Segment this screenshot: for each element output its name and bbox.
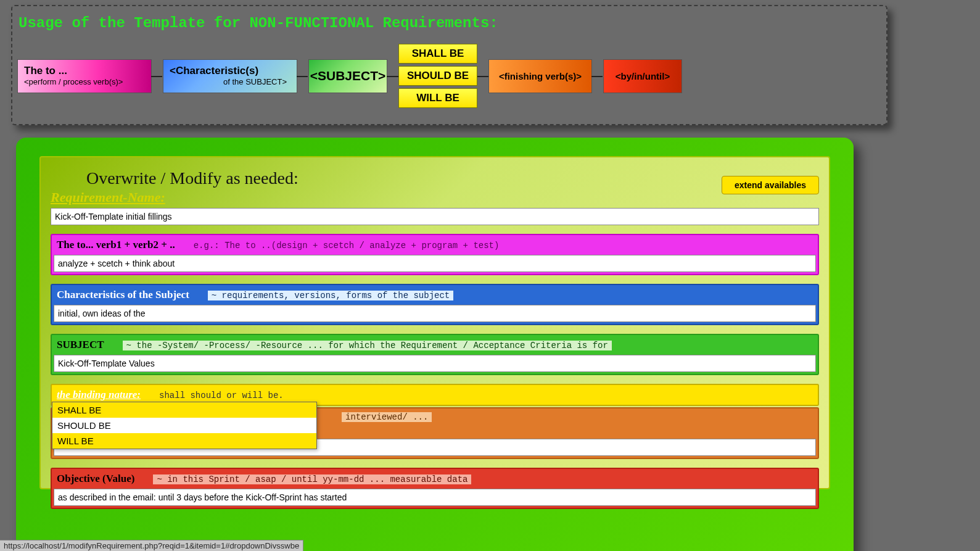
template-title: Usage of the Template for NON-FUNCTIONAL…: [19, 15, 881, 31]
section-objective: Objective (Value) ~ in this Sprint / asa…: [51, 468, 819, 509]
extend-availables-button[interactable]: extend availables: [722, 176, 819, 194]
template-block-subject: <SUBJECT>: [308, 59, 387, 93]
section-objective-label: Objective (Value): [57, 473, 134, 485]
status-bar-url: https://localhost/1/modifynRequirement.p…: [0, 540, 303, 551]
template-block-verbs-title: The to ...: [24, 65, 145, 77]
template-usage-panel: Usage of the Template for NON-FUNCTIONAL…: [11, 5, 887, 125]
template-block-verbs: The to ... <perform / process verb(s)>: [17, 59, 152, 93]
template-block-objective: <by/in/until>: [603, 59, 682, 93]
template-binding-will: WILL BE: [398, 88, 477, 108]
section-characteristics-hint: ~ requirements, versions, forms of the s…: [208, 291, 453, 300]
template-block-characteristics-sub: of the SUBJECT>: [170, 77, 290, 86]
template-binding-should: SHOULD BE: [398, 66, 477, 86]
requirement-name-input[interactable]: [51, 208, 819, 225]
section-subject-input[interactable]: [54, 355, 816, 372]
section-verbs-hint: e.g.: The to ..(design + scetch / analyz…: [194, 241, 500, 251]
section-verbs-input[interactable]: [54, 255, 816, 272]
template-block-characteristics-title: <Characteristic(s): [170, 65, 290, 77]
section-verbs: The to... verb1 + verb2 + .. e.g.: The t…: [51, 234, 819, 275]
form-heading: Overwrite / Modify as needed:: [86, 168, 819, 188]
section-subject-label: SUBJECT: [57, 339, 104, 351]
section-subject-hint: ~ the -System/ -Process/ -Resource ... f…: [123, 341, 612, 350]
binding-option-shall[interactable]: SHALL BE: [52, 402, 316, 418]
section-characteristics-input[interactable]: [54, 305, 816, 322]
section-characteristics: Characteristics of the Subject ~ require…: [51, 284, 819, 325]
section-objective-hint: ~ in this Sprint / asap / until yy-mm-dd…: [153, 474, 471, 484]
binding-option-should[interactable]: SHOULD BE: [52, 418, 316, 433]
template-row: The to ... <perform / process verb(s)> <…: [17, 44, 881, 108]
section-finishing-hint: interviewed/ ...: [342, 412, 432, 422]
requirement-name-label: Requirement-Name:: [51, 189, 819, 205]
binding-dropdown[interactable]: SHALL BE SHOULD BE WILL BE: [52, 402, 317, 449]
binding-option-will[interactable]: WILL BE: [52, 433, 316, 449]
section-subject: SUBJECT ~ the -System/ -Process/ -Resour…: [51, 334, 819, 375]
section-binding: the binding nature: shall should or will…: [51, 384, 819, 406]
template-binding-shall: SHALL BE: [398, 44, 477, 64]
section-binding-hint: shall should or will be.: [159, 391, 284, 400]
template-block-finishing: <finishing verb(s)>: [488, 59, 592, 93]
section-characteristics-label: Characteristics of the Subject: [57, 289, 189, 301]
section-objective-input[interactable]: [54, 489, 816, 506]
template-block-characteristics: <Characteristic(s) of the SUBJECT>: [163, 59, 297, 93]
section-binding-label: the binding nature:: [57, 389, 141, 401]
template-block-binding-stack: SHALL BE SHOULD BE WILL BE: [398, 44, 477, 108]
form-outer: Overwrite / Modify as needed: extend ava…: [16, 138, 854, 551]
template-block-verbs-sub: <perform / process verb(s)>: [24, 77, 145, 86]
section-verbs-label: The to... verb1 + verb2 + ..: [57, 239, 175, 251]
form-inner: Overwrite / Modify as needed: extend ava…: [39, 156, 830, 489]
